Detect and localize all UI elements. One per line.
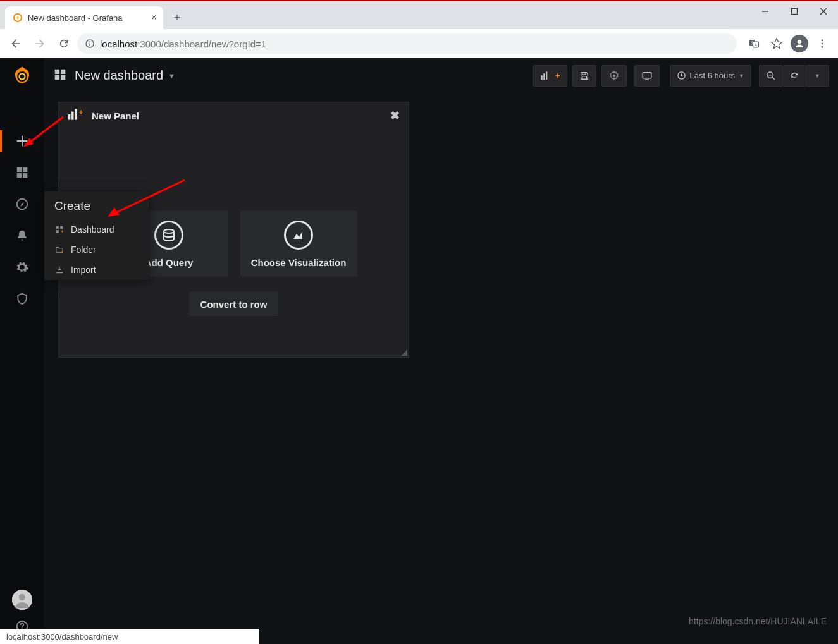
convert-to-row-button[interactable]: Convert to row (189, 292, 279, 316)
import-mini-icon (54, 265, 65, 274)
panel-bar-icon: + (68, 108, 84, 123)
submenu-item-import[interactable]: Import (44, 260, 149, 280)
svg-point-1 (16, 16, 19, 19)
nav-server-admin[interactable] (0, 283, 44, 315)
svg-point-15 (822, 43, 823, 45)
svg-rect-21 (17, 173, 22, 178)
chart-icon (284, 221, 313, 250)
window-maximize-button[interactable] (780, 1, 809, 21)
refresh-interval-dropdown[interactable]: ▼ (806, 65, 829, 87)
svg-point-42 (612, 74, 615, 77)
folder-mini-icon: + (54, 245, 65, 254)
submenu-item-label: Import (71, 265, 96, 275)
nav-alerting[interactable] (0, 220, 44, 252)
svg-line-54 (30, 117, 63, 142)
refresh-button[interactable] (783, 65, 806, 87)
svg-point-25 (19, 594, 26, 601)
panel-resize-handle[interactable] (400, 348, 407, 356)
svg-text:+: + (78, 108, 83, 117)
add-query-label: Add Query (145, 257, 194, 268)
svg-text:+: + (61, 250, 63, 254)
database-icon (154, 221, 183, 250)
svg-rect-40 (582, 72, 585, 74)
plus-icon: + (555, 71, 560, 80)
translate-icon[interactable]: 文A (743, 33, 765, 54)
forward-button[interactable] (29, 33, 51, 54)
window-close-button[interactable] (809, 1, 838, 21)
annotation-arrow-create (22, 114, 66, 151)
svg-point-13 (798, 40, 801, 44)
nav-dashboards[interactable] (0, 157, 44, 188)
dashboard-grid-icon[interactable] (53, 68, 67, 84)
window-minimize-button[interactable] (751, 1, 780, 21)
nav-configuration[interactable] (0, 252, 44, 283)
choose-viz-label: Choose Visualization (251, 257, 347, 268)
submenu-item-label: Folder (71, 245, 96, 255)
dashboard-mini-icon: + (54, 225, 65, 234)
grafana-favicon (13, 13, 23, 23)
dashboard-canvas: + New Panel ✖ Add Query (44, 93, 838, 644)
add-panel-button[interactable]: + (533, 65, 567, 87)
time-range-picker[interactable]: Last 6 hours ▼ (670, 65, 751, 87)
choose-visualization-card[interactable]: Choose Visualization (240, 211, 357, 277)
dashboard-title[interactable]: New dashboard ▼ (75, 68, 175, 83)
panel-title: New Panel (92, 111, 139, 121)
browser-tab-title: New dashboard - Grafana (28, 13, 123, 23)
svg-point-53 (164, 229, 174, 233)
svg-line-47 (772, 77, 775, 80)
main-area: New dashboard ▼ + Last 6 hours ▼ (44, 58, 838, 644)
submenu-item-label: Dashboard (71, 224, 114, 234)
svg-rect-34 (61, 69, 65, 73)
svg-rect-43 (643, 72, 651, 78)
grafana-logo-icon[interactable] (9, 64, 35, 90)
dashboard-topbar: New dashboard ▼ + Last 6 hours ▼ (44, 58, 838, 93)
panel-close-icon[interactable]: ✖ (390, 109, 400, 123)
caret-down-icon: ▼ (739, 73, 744, 79)
url-text: localhost:3000/dashboard/new?orgId=1 (100, 39, 266, 49)
caret-down-icon: ▼ (168, 72, 175, 80)
svg-text:文: 文 (751, 40, 755, 45)
zoom-out-button[interactable] (759, 65, 783, 87)
bookmark-star-icon[interactable] (766, 33, 787, 54)
browser-status-bar: localhost:3000/dashboard/new (0, 629, 259, 644)
svg-rect-35 (55, 75, 59, 79)
user-avatar[interactable] (12, 590, 32, 610)
svg-rect-37 (541, 75, 542, 80)
submenu-item-folder[interactable]: + Folder (44, 240, 149, 260)
save-dashboard-button[interactable] (572, 65, 596, 87)
profile-avatar-icon[interactable] (789, 33, 810, 54)
back-button[interactable] (5, 33, 27, 54)
svg-text:A: A (755, 43, 758, 47)
nav-explore[interactable] (0, 188, 44, 220)
svg-rect-39 (546, 71, 547, 80)
annotation-arrow-import (106, 177, 188, 224)
svg-rect-30 (56, 230, 59, 233)
browser-tab[interactable]: New dashboard - Grafana × (5, 6, 163, 29)
address-bar[interactable]: localhost:3000/dashboard/new?orgId=1 (77, 33, 737, 54)
svg-point-16 (822, 46, 823, 48)
svg-rect-50 (71, 112, 73, 120)
svg-rect-28 (56, 226, 59, 229)
dashboard-settings-button[interactable] (601, 65, 627, 87)
svg-rect-19 (17, 167, 22, 172)
new-tab-button[interactable]: + (168, 9, 186, 27)
svg-rect-33 (55, 69, 59, 73)
close-tab-icon[interactable]: × (151, 12, 157, 23)
kebab-menu-icon[interactable] (811, 33, 833, 54)
svg-rect-38 (543, 73, 545, 80)
svg-rect-3 (792, 9, 798, 15)
svg-rect-22 (23, 173, 27, 178)
svg-rect-41 (582, 76, 586, 79)
svg-marker-55 (23, 138, 34, 147)
svg-point-14 (822, 39, 823, 41)
cycle-view-mode-button[interactable] (634, 65, 660, 87)
svg-rect-49 (68, 114, 70, 120)
svg-rect-36 (61, 75, 65, 79)
site-info-icon[interactable] (85, 39, 95, 49)
svg-text:+: + (61, 229, 63, 234)
browser-toolbar: localhost:3000/dashboard/new?orgId=1 文A (0, 29, 838, 58)
watermark-text: https://blog.csdn.net/HUJIANLAILE (689, 616, 827, 626)
svg-rect-51 (75, 109, 77, 119)
reload-button[interactable] (53, 33, 75, 54)
time-range-label: Last 6 hours (690, 71, 736, 80)
